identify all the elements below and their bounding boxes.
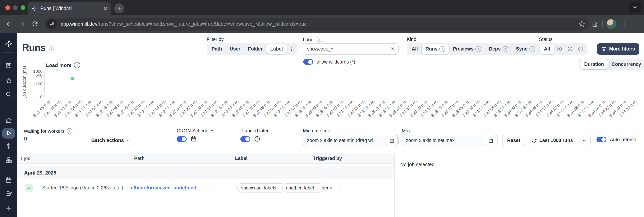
sidebar-divider xyxy=(3,106,14,106)
cron-schedules-toggle[interactable] xyxy=(177,136,187,142)
y-tick-label: 100 xyxy=(27,82,42,86)
status-failure-icon[interactable] xyxy=(576,44,586,54)
label-filter-icon[interactable] xyxy=(316,186,320,190)
label-pill[interactable]: another_label xyxy=(282,183,324,193)
site-settings-icon[interactable] xyxy=(47,19,57,29)
filter-by-kebab-icon[interactable] xyxy=(287,44,296,54)
view-concurrency[interactable]: Concurrency xyxy=(608,59,644,69)
triggered-by-filter-icon[interactable] xyxy=(338,186,343,190)
sidebar-item-flows-route-icon[interactable] xyxy=(0,191,17,198)
status-segmented: All xyxy=(539,43,587,55)
page-title: Runsi xyxy=(22,42,54,53)
status-running-icon[interactable] xyxy=(554,44,565,54)
clock-icon xyxy=(254,136,260,142)
sidebar-item-add-plus-icon[interactable] xyxy=(0,206,17,211)
reload-icon[interactable] xyxy=(28,21,42,27)
reset-button[interactable]: Reset xyxy=(502,135,525,146)
label-filter-icon[interactable] xyxy=(278,186,282,190)
chevron-down-icon xyxy=(126,138,131,143)
sidebar-divider xyxy=(3,52,14,53)
runs-play-icon[interactable] xyxy=(0,130,17,136)
sidebar-item-favorites-star-icon[interactable] xyxy=(0,77,17,84)
filter-by-folder[interactable]: Folder xyxy=(244,44,266,54)
main-content: Runsi Filter by Path User Folder Label L… xyxy=(17,33,644,217)
window-minimize-button[interactable] xyxy=(13,5,18,10)
sidebar-item-billing-dollar-icon[interactable] xyxy=(0,143,17,149)
view-duration[interactable]: Duration xyxy=(580,59,608,69)
status-all[interactable]: All xyxy=(540,44,554,54)
extensions-puzzle-icon[interactable] xyxy=(592,21,598,27)
table-header: 1 job Path Label Triggered by xyxy=(17,154,394,164)
table-row[interactable]: Started 162s ago (Ran in 0,263s total) u… xyxy=(17,179,394,197)
kind-deps[interactable]: Depsi xyxy=(485,44,512,54)
kind-sync[interactable]: Synci xyxy=(512,44,539,54)
max-datetime-input[interactable]: zoom x axis to set max xyxy=(402,135,498,146)
profile-avatar[interactable] xyxy=(606,19,616,29)
row-triggered-by: henri xyxy=(322,185,332,191)
label-filter-label: Labeli xyxy=(303,37,322,42)
label-filter-input[interactable]: showcase_* ✕ xyxy=(303,43,399,55)
sidebar-item-schedules-calendar-icon[interactable] xyxy=(0,177,17,183)
kind-all[interactable]: All xyxy=(408,44,422,54)
planned-later-toggle[interactable] xyxy=(240,136,250,142)
path-filter-icon[interactable] xyxy=(211,186,216,190)
column-path: Path xyxy=(134,156,144,161)
kind-deps-info-icon[interactable]: i xyxy=(502,46,508,52)
duration-concurrency-toggle: Duration Concurrency xyxy=(579,58,644,70)
browser-menu-kebab-icon[interactable] xyxy=(622,21,627,27)
tab-search-chevron-icon[interactable] xyxy=(629,1,641,13)
load-more-button[interactable]: Load more i xyxy=(46,62,80,68)
app-sidebar xyxy=(0,33,17,217)
last-runs-chevron[interactable] xyxy=(578,135,590,146)
filter-by-label-option[interactable]: Label xyxy=(266,44,286,54)
y-tick-label: 10 xyxy=(27,94,42,99)
waiting-info-icon[interactable]: i xyxy=(66,128,72,134)
sidebar-item-home-icon[interactable] xyxy=(0,117,17,124)
load-more-info-icon[interactable]: i xyxy=(74,62,80,68)
chart-y-axis-line xyxy=(44,71,45,97)
chevron-down-icon xyxy=(582,138,586,143)
new-tab-button[interactable]: + xyxy=(114,3,124,13)
waiting-count: 0 xyxy=(24,135,27,142)
forward-icon[interactable] xyxy=(15,21,28,27)
bookmark-star-icon[interactable] xyxy=(578,21,585,27)
refresh-icon xyxy=(532,138,537,143)
kind-runs[interactable]: Runsi xyxy=(422,44,449,54)
max-datetime-calendar-icon[interactable] xyxy=(485,135,496,146)
filter-by-user[interactable]: User xyxy=(226,44,244,54)
filter-by-path[interactable]: Path xyxy=(208,44,226,54)
min-datetime-label: Min datetime xyxy=(303,128,330,134)
allow-wildcards-toggle[interactable] xyxy=(303,59,313,65)
back-icon[interactable] xyxy=(2,21,15,27)
tab-close-icon[interactable]: ✕ xyxy=(103,5,107,11)
runs-info-icon[interactable]: i xyxy=(48,45,54,50)
window-close-button[interactable] xyxy=(5,5,10,10)
browser-tab[interactable]: Runs | Windmill ✕ xyxy=(28,2,111,15)
windmill-logo[interactable] xyxy=(0,40,17,48)
sidebar-item-workspace[interactable] xyxy=(0,62,17,69)
auto-refresh-toggle[interactable] xyxy=(596,137,606,142)
batch-actions-dropdown[interactable]: Batch actions xyxy=(91,137,131,143)
window-zoom-button[interactable] xyxy=(21,5,25,10)
kind-previews[interactable]: Previewsi xyxy=(449,44,485,54)
row-path-link[interactable]: u/henri/organized_undefined xyxy=(131,185,196,191)
min-datetime-input[interactable]: zoom x axis to set min (drag wi xyxy=(303,135,399,146)
status-success-icon[interactable] xyxy=(565,44,576,54)
kind-label: Kind xyxy=(407,37,416,42)
label-info-icon[interactable]: i xyxy=(316,37,322,42)
cron-calendar-icon xyxy=(190,136,197,142)
clear-label-icon[interactable]: ✕ xyxy=(390,46,394,52)
label-pill[interactable]: showcase_labels xyxy=(237,183,286,193)
min-datetime-calendar-icon[interactable] xyxy=(386,135,398,146)
kind-previews-info-icon[interactable]: i xyxy=(476,46,481,52)
allow-wildcards-row: allow wildcards (*) xyxy=(303,59,355,65)
more-filters-button[interactable]: More filters xyxy=(597,43,640,55)
sidebar-item-resources-cubes-icon[interactable] xyxy=(0,157,17,163)
last-runs-button[interactable]: Last 1000 runs xyxy=(527,135,578,146)
url-bar[interactable]: app.windmill.dev/runs?show_schedules=tru… xyxy=(44,17,589,30)
waiting-for-workers-label: Waiting for workersi xyxy=(24,128,72,134)
chart-point-success[interactable] xyxy=(70,77,74,80)
kind-sync-info-icon[interactable]: i xyxy=(530,46,535,52)
kind-runs-info-icon[interactable]: i xyxy=(439,46,445,52)
sidebar-item-search-icon[interactable] xyxy=(0,91,17,98)
